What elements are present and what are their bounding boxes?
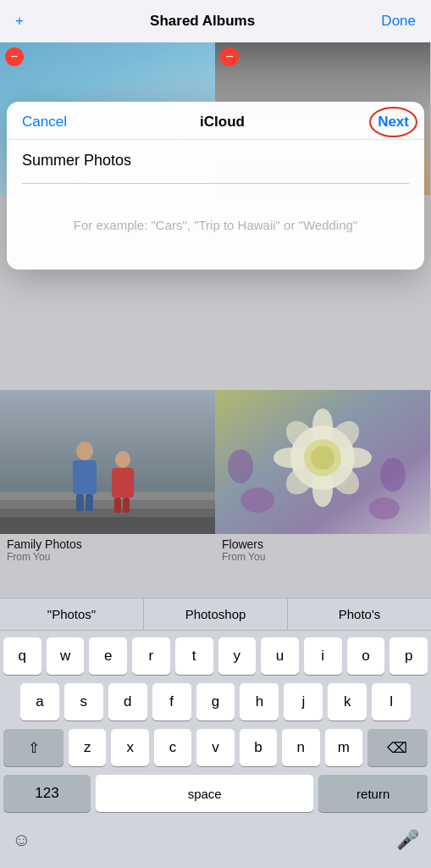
remove-badge-top-left[interactable]: − (5, 47, 24, 66)
keyboard: "Photos" Photoshop Photo's q w e r t y u… (0, 598, 431, 868)
key-h[interactable]: h (240, 683, 279, 721)
svg-rect-7 (76, 494, 84, 511)
flowers-photo-label-area: Flowers From You (215, 534, 430, 566)
return-key[interactable]: return (318, 775, 428, 812)
add-button[interactable]: + (15, 13, 24, 30)
key-a[interactable]: a (20, 683, 59, 721)
album-name-input-area (7, 140, 424, 176)
photo-grid-bottom: Family Photos From You (0, 390, 431, 566)
key-n[interactable]: n (282, 729, 319, 766)
key-t[interactable]: t (175, 637, 213, 675)
done-button[interactable]: Done (381, 13, 416, 30)
keyboard-bottom-bar: ☺ 🎤 (0, 824, 431, 868)
remove-badge-top-right[interactable]: − (220, 47, 239, 66)
key-q[interactable]: q (3, 637, 41, 675)
cancel-button[interactable]: Cancel (22, 114, 67, 131)
family-photo-label-area: Family Photos From You (0, 534, 215, 566)
key-s[interactable]: s (64, 683, 103, 721)
svg-rect-3 (0, 509, 215, 517)
keyboard-rows: q w e r t y u i o p a s d f g h j k l ⇧ … (0, 631, 431, 824)
flowers-scene-svg (215, 390, 430, 534)
suggestion-photoshop[interactable]: Photoshop (144, 598, 288, 630)
key-e[interactable]: e (89, 637, 127, 675)
svg-rect-8 (86, 494, 93, 511)
key-d[interactable]: d (108, 683, 147, 721)
key-l[interactable]: l (372, 683, 411, 721)
key-u[interactable]: u (261, 637, 299, 675)
family-scene-svg (0, 390, 215, 534)
suggestion-photos-quoted[interactable]: "Photos" (0, 598, 144, 630)
key-r[interactable]: r (132, 637, 170, 675)
numbers-key[interactable]: 123 (3, 775, 91, 812)
key-f[interactable]: f (152, 683, 191, 721)
keyboard-row-1: q w e r t y u i o p (3, 637, 428, 675)
flowers-photo-title: Flowers (222, 537, 423, 551)
svg-point-9 (115, 451, 130, 468)
svg-point-17 (274, 448, 307, 468)
svg-point-27 (228, 449, 253, 483)
svg-rect-2 (0, 500, 215, 509)
keyboard-row-3: ⇧ z x c v b n m ⌫ (3, 729, 428, 766)
page-title: Shared Albums (150, 13, 255, 30)
family-photo-subtitle: From You (7, 551, 208, 563)
svg-point-18 (338, 448, 372, 468)
svg-point-24 (311, 446, 334, 470)
photo-cell-family[interactable]: Family Photos From You (0, 390, 215, 566)
modal-title: iCloud (200, 114, 245, 131)
svg-point-25 (240, 487, 274, 513)
space-key[interactable]: space (96, 775, 313, 812)
modal-header: Cancel iCloud Next (7, 102, 424, 140)
key-w[interactable]: w (47, 637, 85, 675)
modal-divider (22, 183, 409, 184)
photo-cell-flowers[interactable]: Flowers From You (215, 390, 430, 566)
svg-rect-12 (123, 498, 130, 513)
key-g[interactable]: g (196, 683, 235, 721)
delete-key[interactable]: ⌫ (367, 729, 428, 766)
key-p[interactable]: p (390, 637, 428, 675)
key-m[interactable]: m (325, 729, 362, 766)
svg-rect-10 (112, 468, 134, 498)
svg-rect-4 (0, 517, 215, 534)
top-navigation-bar: + Shared Albums Done (0, 0, 431, 42)
key-j[interactable]: j (284, 683, 323, 721)
key-x[interactable]: x (111, 729, 148, 766)
emoji-icon[interactable]: ☺ (12, 829, 30, 851)
icloud-album-modal: Cancel iCloud Next For example: "Cars", … (7, 102, 424, 270)
flowers-photo-subtitle: From You (222, 551, 423, 563)
suggestion-photos-apostrophe[interactable]: Photo's (288, 598, 431, 630)
key-k[interactable]: k (328, 683, 367, 721)
svg-rect-11 (114, 498, 121, 513)
family-photo-image (0, 390, 215, 534)
key-i[interactable]: i (304, 637, 342, 675)
key-y[interactable]: y (218, 637, 257, 675)
shift-key[interactable]: ⇧ (3, 729, 64, 766)
microphone-icon[interactable]: 🎤 (396, 829, 419, 851)
key-c[interactable]: c (154, 729, 191, 766)
key-z[interactable]: z (69, 729, 106, 766)
svg-point-28 (380, 458, 406, 492)
album-name-input[interactable] (22, 152, 409, 170)
keyboard-suggestions-bar: "Photos" Photoshop Photo's (0, 598, 431, 631)
key-b[interactable]: b (240, 729, 277, 766)
svg-point-15 (312, 409, 333, 442)
svg-rect-1 (0, 492, 215, 500)
svg-point-26 (369, 498, 400, 520)
key-v[interactable]: v (196, 729, 234, 766)
svg-point-5 (76, 442, 93, 460)
flowers-photo-image (215, 390, 430, 534)
svg-rect-6 (73, 460, 97, 494)
next-button[interactable]: Next (378, 114, 409, 131)
svg-point-16 (312, 473, 333, 507)
keyboard-row-2: a s d f g h j k l (3, 683, 428, 721)
family-photo-title: Family Photos (7, 537, 208, 551)
keyboard-row-4: 123 space return (3, 775, 428, 812)
album-name-placeholder-hint: For example: "Cars", "Trip to Hawaii" or… (7, 191, 424, 270)
key-o[interactable]: o (347, 637, 385, 675)
